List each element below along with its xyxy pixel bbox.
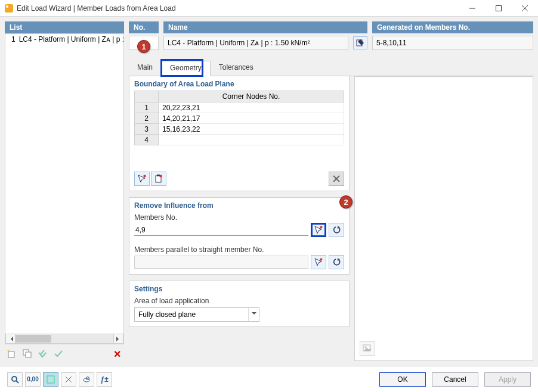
table-row: 214,20,21,17 [135,113,344,124]
boundary-group: Boundary of Area Load Plane Corner Nodes… [129,76,350,191]
check-button[interactable] [51,347,66,361]
view-button[interactable] [43,372,58,387]
function-button[interactable]: ƒ± [97,372,112,387]
svg-rect-24 [47,376,54,383]
app-icon [5,4,13,13]
delete-row-button[interactable] [329,172,344,186]
scroll-left-button[interactable] [5,334,16,344]
tab-bar: Main Geometry Tolerances [129,61,533,76]
members-label: Members No. [134,213,344,222]
svg-rect-6 [26,352,31,357]
pick-parallel-button[interactable] [311,255,326,269]
list-item-num: 1 [11,35,16,43]
scroll-thumb[interactable] [16,335,51,343]
units-button[interactable]: 0,00 [25,372,41,387]
check-all-button[interactable] [36,347,50,361]
reset-parallel-button[interactable] [329,255,344,269]
boundary-title: Boundary of Area Load Plane [134,80,344,88]
area-label: Area of load application [134,297,344,305]
svg-rect-4 [8,351,14,357]
scroll-right-button[interactable] [113,334,123,344]
list-toolbar: ✕ [5,344,124,361]
cancel-button[interactable]: Cancel [432,372,478,387]
window-title: Edit Load Wizard | Member Loads from Are… [17,4,459,13]
generated-input[interactable] [376,36,529,49]
corner-nodes-col: Corner Nodes No. [159,91,344,102]
horizontal-scrollbar[interactable] [5,334,123,344]
list-body: 1 LC4 - Platform | Uniform | Zᴀ | p : [5,33,124,344]
area-combo-value: Fully closed plane [135,310,248,319]
members-input[interactable] [134,225,308,236]
table-row: 315,16,23,22 [135,124,344,135]
pick-members-button[interactable] [311,223,326,237]
apply-button[interactable]: Apply [484,372,531,387]
chevron-down-icon [248,308,259,321]
dialog-button-bar: 0,00 ƒ± OK Cancel Apply [0,366,538,392]
preview-pane [354,76,533,361]
name-header: Name [163,21,367,33]
annotation-badge-2: 2 [339,195,353,209]
no-header: No. [129,21,159,33]
cloud-button[interactable] [79,372,94,387]
minimize-button[interactable] [459,0,486,17]
scroll-track[interactable] [16,334,113,344]
tab-tolerances[interactable]: Tolerances [211,61,262,76]
generated-header: Generated on Members No. [372,21,533,33]
reset-members-button[interactable] [329,223,344,237]
titlebar: Edit Load Wizard | Member Loads from Are… [0,0,538,17]
settings-title: Settings [134,285,344,293]
area-combo[interactable]: Fully closed plane [134,307,259,322]
axis-button[interactable] [61,372,76,387]
close-button[interactable] [512,0,538,17]
svg-line-23 [16,381,18,383]
settings-group: Settings Area of load application Fully … [129,281,350,327]
tab-geometry[interactable]: Geometry [161,61,211,76]
ok-button[interactable]: OK [379,372,426,387]
maximize-button[interactable] [486,0,512,17]
svg-rect-11 [157,175,160,176]
edit-name-button[interactable] [353,36,367,49]
annotation-badge-1: 1 [137,40,150,53]
svg-rect-1 [496,5,502,11]
parallel-label: Members parallel to straight member No. [134,245,344,254]
copy-button[interactable] [20,347,35,361]
delete-button[interactable]: ✕ [110,347,124,361]
svg-point-21 [365,347,367,349]
insert-picture-button[interactable] [360,341,375,356]
new-wizard-button[interactable] [5,347,19,361]
table-row: 120,22,23,21 [135,102,344,113]
remove-title: Remove Influence from [134,201,344,210]
pick-nodes-button[interactable] [134,172,150,186]
clipboard-button[interactable] [151,172,166,186]
tab-main[interactable]: Main [129,61,161,76]
boundary-table[interactable]: Corner Nodes No. 120,22,23,21 214,20,21,… [134,91,344,145]
name-input[interactable] [168,36,344,49]
table-row: 4 [135,135,344,145]
svg-point-22 [12,377,17,381]
parallel-input[interactable] [134,256,308,269]
list-header: List [5,21,124,33]
help-button[interactable] [7,372,23,387]
remove-influence-group: Remove Influence from 2 Members No. Memb… [129,197,350,275]
